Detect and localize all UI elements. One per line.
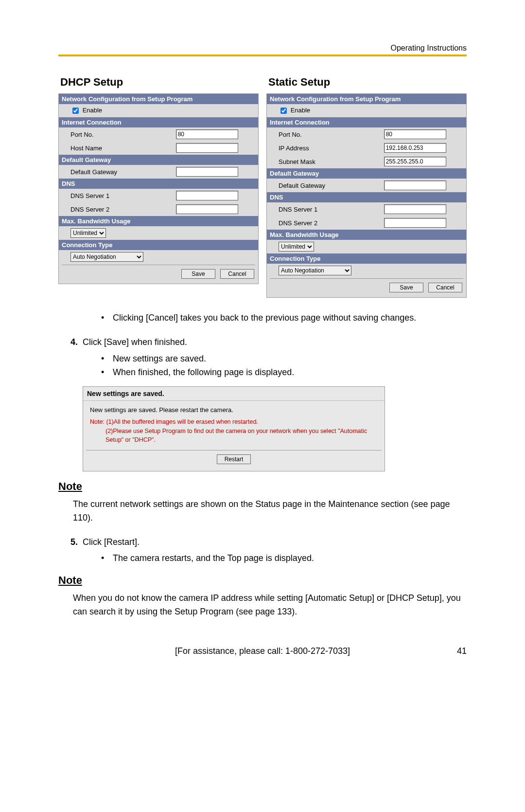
dhcp-divider (62, 265, 255, 265)
step-5-bullet-1: •The camera restarts, and the Top page i… (101, 552, 467, 565)
saved-title: New settings are saved. (83, 387, 385, 401)
dhcp-enable-label: Enable (83, 107, 102, 114)
saved-note-1: (1)All the buffered images will be erase… (106, 418, 258, 425)
dhcp-ct-select[interactable]: Auto Negotiation (70, 252, 143, 262)
static-divider (270, 278, 463, 279)
saved-line-1: New settings are saved. Please restart t… (90, 406, 378, 415)
dhcp-dns-header: DNS (59, 179, 258, 189)
static-title: Static Setup (268, 76, 467, 89)
footer-assist: [For assistance, please call: 1-800-272-… (83, 646, 442, 656)
step-5-text: Click [Restart]. (83, 536, 140, 549)
static-port-input[interactable] (384, 129, 446, 139)
static-netcfg-header: Network Configuration from Setup Program (267, 94, 466, 104)
static-dns2-input[interactable] (384, 218, 446, 228)
dhcp-cancel-button[interactable]: Cancel (220, 269, 254, 279)
static-bw-header: Max. Bandwidth Usage (267, 230, 466, 240)
static-ip-label: IP Address (271, 144, 384, 152)
note-2-body: When you do not know the camera IP addre… (73, 592, 462, 619)
saved-note-prefix: Note: (90, 418, 105, 425)
dhcp-title: DHCP Setup (60, 76, 259, 89)
step-5-number: 5. (58, 536, 83, 549)
saved-note-2: (2)Please use Setup Program to find out … (90, 427, 378, 444)
dhcp-bw-header: Max. Bandwidth Usage (59, 216, 258, 226)
dhcp-dns1-input[interactable] (176, 191, 238, 200)
static-inet-header: Internet Connection (267, 117, 466, 127)
saved-settings-box: New settings are saved. New settings are… (83, 386, 385, 471)
static-gw-input[interactable] (384, 180, 446, 190)
saved-divider (86, 450, 382, 451)
static-enable-label: Enable (291, 107, 310, 114)
dhcp-dns1-label: DNS Server 1 (63, 192, 176, 199)
step-4-bullet-1: •New settings are saved. (101, 352, 467, 366)
cancel-note-bullet: • Clicking [Cancel] takes you back to th… (101, 311, 467, 325)
dhcp-netcfg-header: Network Configuration from Setup Program (59, 94, 258, 104)
dhcp-host-input[interactable] (176, 143, 238, 153)
static-panel: Network Configuration from Setup Program… (266, 93, 467, 298)
static-ip-input[interactable] (384, 143, 446, 153)
static-gw-header: Default Gateway (267, 168, 466, 179)
note-heading-1: Note (58, 480, 467, 493)
note-heading-2: Note (58, 574, 467, 587)
static-ct-header: Connection Type (267, 253, 466, 264)
page-number: 41 (442, 646, 467, 656)
dhcp-gw-input[interactable] (176, 167, 238, 177)
dhcp-panel: Network Configuration from Setup Program… (58, 93, 259, 284)
dhcp-dns2-input[interactable] (176, 204, 238, 214)
static-port-label: Port No. (271, 131, 384, 138)
dhcp-enable-checkbox[interactable] (72, 108, 79, 114)
static-mask-label: Subnet Mask (271, 158, 384, 165)
static-bw-select[interactable]: Unlimited (279, 242, 314, 252)
doc-section-label: Operating Instructions (58, 44, 467, 53)
dhcp-dns2-label: DNS Server 2 (63, 206, 176, 213)
dhcp-gw-label: Default Gateway (63, 168, 176, 176)
static-enable-checkbox[interactable] (280, 108, 287, 114)
dhcp-inet-header: Internet Connection (59, 117, 258, 127)
step-4-number: 4. (58, 336, 83, 349)
static-dns1-input[interactable] (384, 204, 446, 214)
dhcp-port-input[interactable] (176, 129, 238, 139)
header-rule (58, 54, 467, 56)
dhcp-ct-header: Connection Type (59, 240, 258, 250)
static-dns-header: DNS (267, 192, 466, 202)
dhcp-save-button[interactable]: Save (181, 269, 215, 279)
step-4-bullet-2: •When finished, the following page is di… (101, 366, 467, 379)
static-column: Static Setup Network Configuration from … (266, 76, 467, 298)
static-cancel-button[interactable]: Cancel (428, 283, 462, 292)
static-dns1-label: DNS Server 1 (271, 206, 384, 213)
dhcp-port-label: Port No. (63, 131, 176, 138)
static-gw-label: Default Gateway (271, 182, 384, 189)
dhcp-bw-select[interactable]: Unlimited (70, 228, 106, 238)
step-4-text: Click [Save] when finished. (83, 336, 187, 349)
static-save-button[interactable]: Save (389, 283, 423, 292)
dhcp-host-label: Host Name (63, 144, 176, 152)
dhcp-column: DHCP Setup Network Configuration from Se… (58, 76, 259, 298)
static-mask-input[interactable] (384, 157, 446, 166)
restart-button[interactable]: Restart (217, 454, 251, 464)
dhcp-gw-header: Default Gateway (59, 155, 258, 165)
static-ct-select[interactable]: Auto Negotiation (279, 266, 351, 275)
note-1-body: The current network settings are shown o… (73, 498, 462, 525)
static-dns2-label: DNS Server 2 (271, 219, 384, 227)
